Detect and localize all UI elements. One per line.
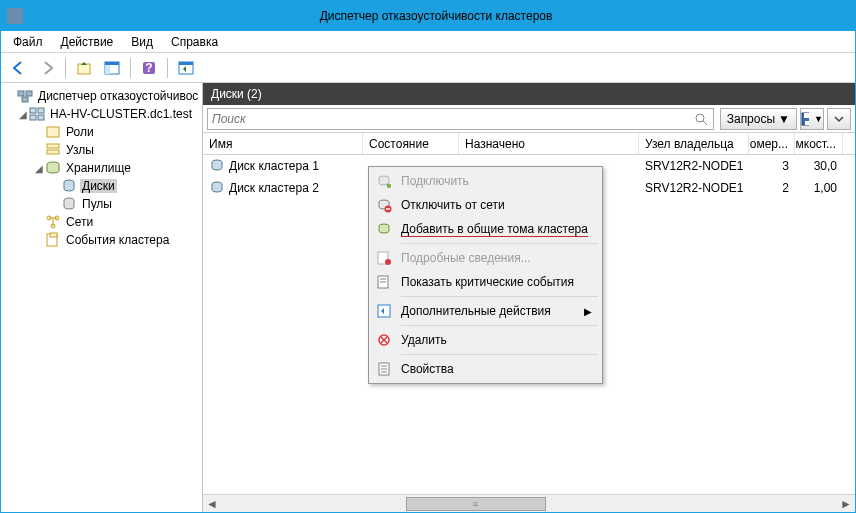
disk-icon xyxy=(209,180,225,196)
svg-rect-16 xyxy=(47,144,59,148)
disk-icon xyxy=(209,158,225,174)
menu-separator xyxy=(401,296,598,297)
svg-rect-3 xyxy=(105,65,110,74)
connect-icon xyxy=(375,172,393,190)
tree-pools[interactable]: Пулы xyxy=(1,195,202,213)
ctx-critical-events[interactable]: Показать критические события xyxy=(371,270,600,294)
storage-icon xyxy=(45,160,61,176)
svg-rect-7 xyxy=(179,62,193,65)
svg-rect-13 xyxy=(30,115,36,120)
menu-separator xyxy=(401,243,598,244)
menu-file[interactable]: Файл xyxy=(5,33,51,51)
svg-rect-15 xyxy=(47,127,59,137)
col-capacity[interactable]: Емкост... xyxy=(795,133,843,154)
main-header: Диски (2) xyxy=(203,83,855,105)
tree-root[interactable]: Диспетчер отказоустойчивос xyxy=(1,87,202,105)
svg-rect-2 xyxy=(105,62,119,65)
ctx-disconnect[interactable]: Отключить от сети xyxy=(371,193,600,217)
svg-rect-30 xyxy=(805,121,809,125)
scroll-track[interactable]: ≡ xyxy=(221,495,837,513)
svg-rect-11 xyxy=(30,108,36,113)
scroll-thumb[interactable]: ≡ xyxy=(406,497,546,511)
search-input[interactable] xyxy=(207,108,714,130)
roles-icon xyxy=(45,124,61,140)
context-menu: Подключить Отключить от сети Добавить в … xyxy=(368,166,603,384)
window-title: Диспетчер отказоустойчивости кластеров xyxy=(23,9,849,23)
more-icon xyxy=(375,302,393,320)
menu-help[interactable]: Справка xyxy=(163,33,226,51)
svg-line-27 xyxy=(703,121,707,125)
disks-icon xyxy=(61,178,77,194)
svg-rect-25 xyxy=(50,233,57,237)
app-icon xyxy=(7,8,23,24)
horizontal-scrollbar[interactable]: ◄ ≡ ► xyxy=(203,494,855,512)
queries-button[interactable]: Запросы▼ xyxy=(720,108,797,130)
col-assigned[interactable]: Назначено xyxy=(459,133,639,154)
navigation-tree: Диспетчер отказоустойчивос ◢HA-HV-CLUSTE… xyxy=(1,83,203,512)
ctx-properties[interactable]: Свойства xyxy=(371,357,600,381)
scroll-right-button[interactable]: ► xyxy=(837,495,855,513)
tree-roles[interactable]: Роли xyxy=(1,123,202,141)
nav-forward-button[interactable] xyxy=(35,56,59,80)
svg-rect-10 xyxy=(22,97,28,102)
properties-icon xyxy=(375,360,393,378)
svg-text:?: ? xyxy=(145,61,152,75)
up-button[interactable] xyxy=(72,56,96,80)
svg-rect-9 xyxy=(26,91,32,96)
csv-icon xyxy=(375,220,393,238)
toolbar: ? xyxy=(1,53,855,83)
ctx-add-csv[interactable]: Добавить в общие тома кластера xyxy=(371,217,600,241)
nodes-icon xyxy=(45,142,61,158)
refresh-button[interactable] xyxy=(174,56,198,80)
details-icon xyxy=(375,249,393,267)
svg-point-39 xyxy=(385,259,391,265)
chevron-down-icon: ▼ xyxy=(814,114,823,124)
submenu-arrow-icon: ▶ xyxy=(584,306,592,317)
tree-disks[interactable]: Диски xyxy=(1,177,202,195)
nav-back-button[interactable] xyxy=(7,56,31,80)
svg-rect-17 xyxy=(47,150,59,154)
delete-icon xyxy=(375,331,393,349)
col-number[interactable]: Номер... xyxy=(749,133,795,154)
disconnect-icon xyxy=(375,196,393,214)
show-hide-tree-button[interactable] xyxy=(100,56,124,80)
ctx-delete[interactable]: Удалить xyxy=(371,328,600,352)
pools-icon xyxy=(61,196,77,212)
tree-events[interactable]: События кластера xyxy=(1,231,202,249)
tree-nodes[interactable]: Узлы xyxy=(1,141,202,159)
expand-button[interactable] xyxy=(827,108,851,130)
col-state[interactable]: Состояние xyxy=(363,133,459,154)
col-owner[interactable]: Узел владельца xyxy=(639,133,749,154)
svg-rect-29 xyxy=(804,113,809,118)
search-icon[interactable] xyxy=(691,109,711,129)
cluster-manager-icon xyxy=(17,88,33,104)
toolbar-separator xyxy=(167,58,168,78)
tree-networks[interactable]: Сети xyxy=(1,213,202,231)
svg-point-26 xyxy=(696,114,704,122)
menu-separator xyxy=(401,325,598,326)
help-button[interactable]: ? xyxy=(137,56,161,80)
ctx-connect: Подключить xyxy=(371,169,600,193)
networks-icon xyxy=(45,214,61,230)
title-bar: Диспетчер отказоустойчивости кластеров xyxy=(1,1,855,31)
cluster-icon xyxy=(29,106,45,122)
ctx-more-actions[interactable]: Дополнительные действия▶ xyxy=(371,299,600,323)
scroll-left-button[interactable]: ◄ xyxy=(203,495,221,513)
tree-storage[interactable]: ◢Хранилище xyxy=(1,159,202,177)
toolbar-separator xyxy=(65,58,66,78)
svg-rect-14 xyxy=(38,115,44,120)
menu-separator xyxy=(401,354,598,355)
svg-rect-0 xyxy=(78,64,90,74)
tree-cluster[interactable]: ◢HA-HV-CLUSTER.dc1.test xyxy=(1,105,202,123)
svg-rect-8 xyxy=(18,91,24,96)
menu-view[interactable]: Вид xyxy=(123,33,161,51)
svg-rect-36 xyxy=(386,208,390,209)
search-bar: Запросы▼ ▼ xyxy=(203,105,855,133)
list-header: Имя Состояние Назначено Узел владельца Н… xyxy=(203,133,855,155)
svg-rect-12 xyxy=(38,108,44,113)
toolbar-separator xyxy=(130,58,131,78)
col-name[interactable]: Имя xyxy=(203,133,363,154)
menu-action[interactable]: Действие xyxy=(53,33,122,51)
ctx-details: Подробные сведения... xyxy=(371,246,600,270)
save-query-button[interactable]: ▼ xyxy=(800,108,824,130)
